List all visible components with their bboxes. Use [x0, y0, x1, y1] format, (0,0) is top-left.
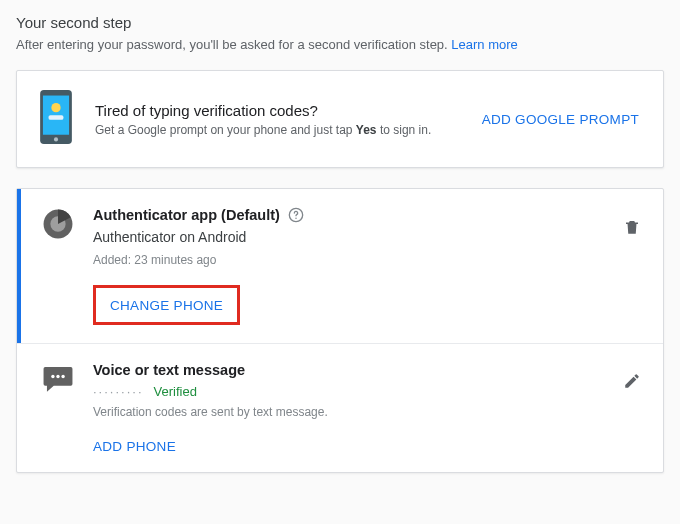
svg-point-11	[61, 375, 64, 378]
sms-icon	[41, 362, 75, 396]
section-description: After entering your password, you'll be …	[16, 37, 664, 52]
svg-point-9	[51, 375, 54, 378]
voice-text-title: Voice or text message	[93, 362, 245, 378]
promo-text-block: Tired of typing verification codes? Get …	[95, 102, 458, 137]
promo-desc-bold: Yes	[356, 123, 377, 137]
svg-point-10	[56, 375, 59, 378]
delete-authenticator-button[interactable]	[623, 217, 641, 235]
pencil-icon	[623, 372, 641, 390]
method-voice-text: Voice or text message ········· Verified…	[17, 343, 663, 472]
add-google-prompt-button[interactable]: ADD GOOGLE PROMPT	[478, 104, 643, 135]
authenticator-added: Added: 23 minutes ago	[93, 253, 639, 267]
method-title-row: Authenticator app (Default)	[93, 207, 639, 223]
svg-rect-1	[43, 96, 69, 135]
promo-description: Get a Google prompt on your phone and ju…	[95, 123, 458, 137]
voice-text-description: Verification codes are sent by text mess…	[93, 405, 639, 419]
svg-point-4	[54, 137, 58, 141]
authenticator-title: Authenticator app (Default)	[93, 207, 280, 223]
method-authenticator: Authenticator app (Default) Authenticato…	[17, 189, 663, 343]
change-phone-highlight: CHANGE PHONE	[93, 285, 240, 325]
svg-point-8	[295, 218, 296, 219]
google-prompt-promo-card: Tired of typing verification codes? Get …	[16, 70, 664, 168]
svg-point-2	[51, 103, 60, 112]
change-phone-button[interactable]: CHANGE PHONE	[110, 298, 223, 313]
svg-rect-3	[49, 115, 64, 120]
promo-title: Tired of typing verification codes?	[95, 102, 458, 119]
verified-label: Verified	[154, 384, 197, 399]
edit-voice-text-button[interactable]	[623, 372, 641, 390]
masked-number: ·········	[93, 384, 144, 399]
second-step-methods-card: Authenticator app (Default) Authenticato…	[16, 188, 664, 473]
authenticator-icon	[41, 207, 75, 241]
verified-row: ········· Verified	[93, 384, 639, 399]
trash-icon	[623, 217, 641, 237]
learn-more-link[interactable]: Learn more	[451, 37, 517, 52]
add-phone-button[interactable]: ADD PHONE	[93, 439, 639, 454]
section-description-text: After entering your password, you'll be …	[16, 37, 451, 52]
phone-illustration-icon	[37, 89, 75, 149]
section-title: Your second step	[16, 14, 664, 31]
promo-desc-post: to sign in.	[377, 123, 432, 137]
help-icon[interactable]	[288, 207, 304, 223]
authenticator-subtitle: Authenticator on Android	[93, 229, 639, 245]
voice-text-title-row: Voice or text message	[93, 362, 639, 378]
promo-desc-pre: Get a Google prompt on your phone and ju…	[95, 123, 356, 137]
